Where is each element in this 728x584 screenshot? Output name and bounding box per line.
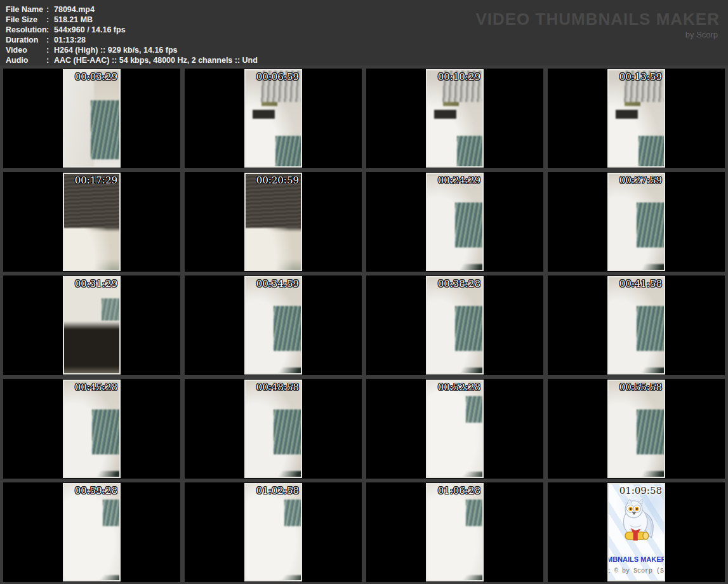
thumbnail-cell: MBNAILS MAKER 8t © by Scorp (SU01:09:58 xyxy=(548,482,725,582)
video-thumbnail: 00:59:28 xyxy=(63,483,121,581)
thumbnail-cell: 00:03:29 xyxy=(3,69,180,168)
thumbnail-cell: 00:48:58 xyxy=(185,379,362,479)
app-logo-title: VIDEO THUMBNAILS MAKER xyxy=(475,10,720,29)
file-meta-row: Duration:01:13:28 xyxy=(6,35,258,45)
file-meta-label: Video xyxy=(6,45,46,55)
file-meta-label: File Size xyxy=(6,15,46,25)
file-info-header: File Name:78094.mp4File Size:518.21 MBRe… xyxy=(0,0,728,65)
file-meta-colon: : xyxy=(46,4,54,15)
video-thumbnail: 00:27:59 xyxy=(607,173,665,271)
file-meta-colon: : xyxy=(46,25,54,35)
thumbnail-texture xyxy=(607,380,665,478)
thumbnail-texture xyxy=(63,380,121,478)
thumbnail-sheet-page: File Name:78094.mp4File Size:518.21 MBRe… xyxy=(0,0,728,584)
thumbnail-cell: 00:10:29 xyxy=(366,69,543,168)
video-thumbnail: 00:38:28 xyxy=(426,276,484,375)
video-thumbnail: 00:45:28 xyxy=(63,380,121,478)
owl-mascot-svg xyxy=(614,494,659,549)
thumbnail-texture xyxy=(607,173,665,271)
file-meta-label: Resolution xyxy=(6,25,46,35)
thumbnail-cell: 00:52:28 xyxy=(366,379,543,479)
thumbnail-cell: 00:27:59 xyxy=(548,172,725,272)
thumbnail-cell: 00:34:59 xyxy=(185,275,362,375)
video-thumbnail: 00:17:29 xyxy=(63,173,121,271)
thumbnail-texture xyxy=(426,380,484,478)
file-meta-value: H264 (High) :: 929 kb/s, 14.16 fps xyxy=(54,45,178,55)
thumbnail-cell: 00:59:28 xyxy=(3,482,180,582)
video-thumbnail: 00:48:58 xyxy=(244,380,302,478)
file-meta-row: Audio:AAC (HE-AAC) :: 54 kbps, 48000 Hz,… xyxy=(6,55,258,65)
thumbnail-cell: 00:06:59 xyxy=(185,69,362,168)
video-thumbnail: 00:24:29 xyxy=(426,173,484,271)
thumbnail-grid: 00:03:2900:06:5900:10:2900:13:5900:17:29… xyxy=(3,69,725,582)
file-meta-label: Audio xyxy=(6,55,46,65)
timestamp-overlay: 00:27:59 xyxy=(619,175,662,186)
thumbnail-texture xyxy=(244,380,302,478)
timestamp-overlay: 00:52:28 xyxy=(438,382,480,393)
thumbnail-texture xyxy=(244,173,302,271)
timestamp-overlay: 00:38:28 xyxy=(438,278,480,289)
thumbnail-texture xyxy=(244,69,302,168)
timestamp-overlay: 00:24:29 xyxy=(438,175,480,186)
timestamp-overlay: 00:31:29 xyxy=(75,278,117,289)
thumbnail-texture xyxy=(607,69,665,168)
watermark-title: MBNAILS MAKER 8 xyxy=(607,555,665,563)
thumbnail-texture xyxy=(426,483,484,581)
thumbnail-cell: 00:24:29 xyxy=(366,172,543,272)
file-meta-value: 544x960 / 14.16 fps xyxy=(54,25,126,35)
video-thumbnail: 00:34:59 xyxy=(244,276,302,375)
video-thumbnail: 00:41:58 xyxy=(607,276,665,375)
timestamp-overlay: 00:41:58 xyxy=(619,278,662,289)
timestamp-overlay: 00:03:29 xyxy=(75,71,117,83)
file-meta-value: 01:13:28 xyxy=(54,35,86,45)
watermark-thumbnail: MBNAILS MAKER 8t © by Scorp (SU01:09:58 xyxy=(607,483,665,581)
file-meta-value: 518.21 MB xyxy=(54,15,93,25)
video-thumbnail: 00:20:59 xyxy=(244,173,302,271)
video-thumbnail: 00:10:29 xyxy=(426,69,484,168)
file-meta-colon: : xyxy=(46,15,54,25)
thumbnail-texture xyxy=(426,276,484,375)
file-meta-label: File Name xyxy=(6,4,46,15)
video-thumbnail: 01:06:28 xyxy=(426,483,484,581)
timestamp-overlay: 00:34:59 xyxy=(256,278,299,289)
timestamp-overlay: 00:10:29 xyxy=(438,71,480,83)
thumbnail-texture xyxy=(426,173,484,271)
file-meta-row: Resolution:544x960 / 14.16 fps xyxy=(6,25,258,35)
thumbnail-cell: 01:06:28 xyxy=(366,482,543,582)
watermark-copyright: t © by Scorp (SU xyxy=(607,567,665,574)
file-metadata: File Name:78094.mp4File Size:518.21 MBRe… xyxy=(6,4,258,65)
file-meta-row: Video:H264 (High) :: 929 kb/s, 14.16 fps xyxy=(6,45,258,55)
timestamp-overlay: 00:13:59 xyxy=(619,71,662,83)
thumbnail-texture xyxy=(607,276,665,375)
video-thumbnail: 00:03:29 xyxy=(63,69,121,168)
file-meta-label: Duration xyxy=(6,35,46,45)
thumbnail-texture xyxy=(63,69,121,168)
timestamp-overlay: 01:06:28 xyxy=(438,485,480,496)
video-thumbnail: 00:52:28 xyxy=(426,380,484,478)
timestamp-overlay: 00:17:29 xyxy=(75,175,117,186)
file-meta-row: File Name:78094.mp4 xyxy=(6,4,258,15)
thumbnail-texture xyxy=(63,276,121,375)
video-thumbnail: 00:31:29 xyxy=(63,276,121,375)
thumbnail-cell: 01:02:58 xyxy=(185,482,362,582)
thumbnail-texture xyxy=(63,173,121,271)
thumbnail-cell: 00:55:58 xyxy=(548,379,725,479)
timestamp-overlay: 00:48:58 xyxy=(256,382,299,393)
timestamp-overlay: 00:06:59 xyxy=(256,71,299,83)
thumbnail-cell: 00:13:59 xyxy=(548,69,725,168)
thumbnail-cell: 00:38:28 xyxy=(366,275,543,375)
timestamp-overlay: 00:59:28 xyxy=(75,485,117,496)
thumbnail-texture xyxy=(244,483,302,581)
thumbnail-texture xyxy=(63,483,121,581)
timestamp-overlay: 00:45:28 xyxy=(75,382,117,393)
app-logo: VIDEO THUMBNAILS MAKER by Scorp xyxy=(475,10,720,39)
video-thumbnail: 00:55:58 xyxy=(607,380,665,478)
timestamp-overlay: 01:02:58 xyxy=(256,485,299,496)
thumbnail-cell: 00:41:58 xyxy=(548,275,725,375)
video-thumbnail: 00:13:59 xyxy=(607,69,665,168)
timestamp-overlay: 00:55:58 xyxy=(619,382,662,393)
thumbnail-cell: 00:17:29 xyxy=(3,172,180,272)
thumbnail-texture xyxy=(426,69,484,168)
file-meta-colon: : xyxy=(46,35,54,45)
video-thumbnail: 01:02:58 xyxy=(244,483,302,581)
